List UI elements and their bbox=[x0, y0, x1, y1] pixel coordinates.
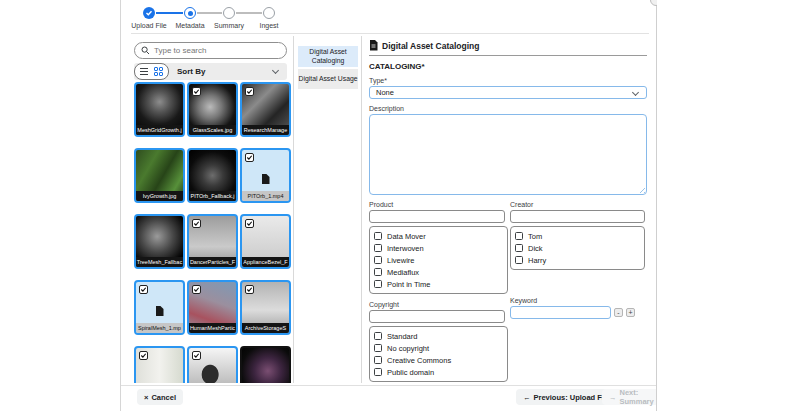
checkbox-unchecked[interactable] bbox=[374, 232, 382, 240]
type-select[interactable]: None bbox=[369, 86, 647, 99]
asset-thumbnail[interactable]: IvyGrowth.jpg bbox=[134, 148, 185, 203]
nav-item-digital-asset-cataloging[interactable]: Digital Asset Cataloging bbox=[298, 46, 358, 67]
asset-filename: IvyGrowth.jpg bbox=[136, 191, 183, 201]
asset-thumbnail[interactable] bbox=[187, 346, 238, 383]
step-metadata[interactable] bbox=[184, 7, 196, 19]
copyright-input[interactable] bbox=[369, 310, 505, 323]
asset-thumbnail[interactable]: HumanMeshPartic bbox=[187, 280, 238, 335]
step-ingest[interactable] bbox=[263, 7, 275, 19]
checkbox-checked-icon[interactable] bbox=[192, 219, 201, 228]
checkbox-unchecked[interactable] bbox=[374, 280, 382, 288]
document-icon bbox=[369, 40, 378, 51]
form-title: Digital Asset Cataloging bbox=[382, 41, 479, 51]
asset-thumbnail[interactable]: ResearchManage bbox=[240, 82, 291, 137]
product-option[interactable]: Interwoven bbox=[374, 242, 503, 254]
asset-thumbnail[interactable]: GlassScales.jpg bbox=[187, 82, 238, 137]
checkbox-checked-icon[interactable] bbox=[192, 87, 201, 96]
asset-thumbnail[interactable] bbox=[240, 346, 291, 383]
checkbox-checked-icon[interactable] bbox=[245, 285, 254, 294]
asset-thumbnail[interactable]: PITOrb_1.mp4 bbox=[240, 148, 291, 203]
asset-thumbnail[interactable]: MeshGridGrowth.j bbox=[134, 82, 185, 137]
asset-thumbnail[interactable] bbox=[134, 346, 185, 383]
product-option[interactable]: Data Mover bbox=[374, 230, 503, 242]
description-textarea[interactable] bbox=[369, 114, 647, 195]
search-input[interactable]: Type to search bbox=[134, 42, 287, 59]
product-option[interactable]: Mediaflux bbox=[374, 266, 503, 278]
product-options: Data Mover Interwoven Livewire Mediaflux… bbox=[369, 226, 508, 294]
type-label: Type* bbox=[369, 77, 647, 84]
product-input[interactable] bbox=[369, 210, 505, 223]
divider bbox=[656, 4, 657, 411]
sort-bar: Sort By bbox=[134, 63, 287, 80]
checkbox-checked-icon[interactable] bbox=[245, 153, 254, 162]
asset-thumbnail[interactable]: ApplianceBezel_F bbox=[240, 214, 291, 269]
checkbox-checked-icon[interactable] bbox=[139, 285, 148, 294]
copyright-options: Standard No copyright Creative Commons P… bbox=[369, 326, 508, 382]
nav-item-digital-asset-usage[interactable]: Digital Asset Usage bbox=[298, 69, 358, 89]
asset-filename: ApplianceBezel_F bbox=[242, 257, 289, 267]
asset-thumbnail[interactable]: PITOrb_Fallback.j bbox=[187, 148, 238, 203]
checkbox-checked-icon[interactable] bbox=[139, 351, 148, 360]
step-upload-file[interactable] bbox=[143, 7, 155, 19]
view-toggle[interactable] bbox=[134, 63, 169, 80]
checkbox-checked-icon[interactable] bbox=[192, 351, 201, 360]
creator-option[interactable]: Harry bbox=[515, 254, 640, 266]
copyright-label: Copyright bbox=[369, 301, 508, 308]
keyword-add-button[interactable]: + bbox=[626, 308, 635, 317]
checkbox-unchecked[interactable] bbox=[515, 232, 523, 240]
asset-thumbnail[interactable]: DancerParticles_F bbox=[187, 214, 238, 269]
checkbox-unchecked[interactable] bbox=[374, 332, 382, 340]
active-step-dot-icon bbox=[188, 11, 193, 16]
asset-thumbnail[interactable]: TreeMesh_Fallbac bbox=[134, 214, 185, 269]
asset-filename: PITOrb_1.mp4 bbox=[242, 191, 289, 201]
file-icon bbox=[156, 306, 164, 316]
checkbox-unchecked[interactable] bbox=[374, 344, 382, 352]
checkbox-unchecked[interactable] bbox=[374, 368, 382, 376]
asset-filename: TreeMesh_Fallbac bbox=[136, 257, 183, 267]
keyword-remove-button[interactable]: - bbox=[614, 308, 623, 317]
product-option[interactable]: Point in Time bbox=[374, 278, 503, 290]
stepper-connector bbox=[236, 12, 262, 14]
grid-view-icon[interactable] bbox=[154, 67, 163, 76]
checkbox-unchecked[interactable] bbox=[515, 244, 523, 252]
checkbox-unchecked[interactable] bbox=[374, 244, 382, 252]
asset-thumbnail-grid: MeshGridGrowth.j GlassScales.jpg Researc… bbox=[134, 82, 291, 383]
next-button[interactable]: → Next: Summary bbox=[602, 389, 657, 405]
checkbox-unchecked[interactable] bbox=[374, 268, 382, 276]
step-label: Ingest bbox=[245, 22, 293, 29]
asset-filename: GlassScales.jpg bbox=[189, 125, 236, 135]
creator-options: Tom Dick Harry bbox=[510, 226, 645, 270]
asset-thumbnail[interactable]: ArchiveStorageS bbox=[240, 280, 291, 335]
divider bbox=[293, 36, 294, 383]
checkbox-checked-icon[interactable] bbox=[245, 219, 254, 228]
step-summary[interactable] bbox=[223, 7, 235, 19]
checkbox-unchecked[interactable] bbox=[515, 256, 523, 264]
drag-handle-icon[interactable] bbox=[650, 0, 657, 6]
sort-by-dropdown-label[interactable]: Sort By bbox=[177, 67, 205, 76]
cancel-button[interactable]: × Cancel bbox=[137, 389, 183, 405]
copyright-option[interactable]: Creative Commons bbox=[374, 354, 503, 366]
checkbox-unchecked[interactable] bbox=[374, 356, 382, 364]
product-option[interactable]: Livewire bbox=[374, 254, 503, 266]
creator-label: Creator bbox=[510, 201, 647, 208]
check-icon bbox=[145, 9, 153, 17]
chevron-down-icon[interactable] bbox=[272, 67, 279, 74]
file-icon bbox=[262, 174, 270, 184]
keyword-input[interactable] bbox=[510, 306, 611, 319]
copyright-option[interactable]: Standard bbox=[374, 330, 503, 342]
creator-input[interactable] bbox=[510, 210, 645, 223]
creator-option[interactable]: Tom bbox=[515, 230, 640, 242]
divider bbox=[369, 55, 647, 56]
checkbox-unchecked[interactable] bbox=[374, 256, 382, 264]
copyright-option[interactable]: No copyright bbox=[374, 342, 503, 354]
divider bbox=[121, 385, 657, 386]
checkbox-checked-icon[interactable] bbox=[192, 285, 201, 294]
copyright-option[interactable]: Public domain bbox=[374, 366, 503, 378]
resize-handle-icon[interactable] bbox=[638, 186, 645, 193]
asset-thumbnail[interactable]: SpiralMesh_1.mp bbox=[134, 280, 185, 335]
divider bbox=[361, 36, 362, 383]
creator-option[interactable]: Dick bbox=[515, 242, 640, 254]
list-view-icon[interactable] bbox=[140, 68, 148, 75]
asset-filename: SpiralMesh_1.mp bbox=[136, 323, 183, 333]
checkbox-checked-icon[interactable] bbox=[245, 87, 254, 96]
